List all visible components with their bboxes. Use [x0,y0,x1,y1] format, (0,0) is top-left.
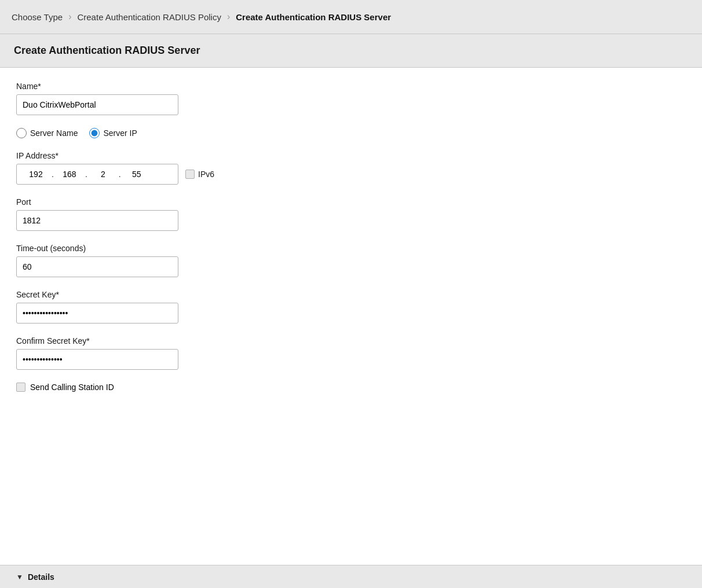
breadcrumb-step3-label: Create Authentication RADIUS Server [236,12,391,22]
main-content: Name* Server Name Server IP IP Address* … [0,68,702,588]
breadcrumb-step2[interactable]: Create Authentication RADIUS Policy [77,12,221,22]
ip-dot-2: . [84,170,89,179]
calling-station-label: Send Calling Station ID [30,383,114,392]
confirm-secret-key-label: Confirm Secret Key* [16,336,686,346]
name-input[interactable] [16,94,178,115]
page-title: Create Authentication RADIUS Server [14,45,688,57]
breadcrumb-step1-label: Choose Type [12,12,63,22]
page-wrapper: Choose Type › Create Authentication RADI… [0,0,702,588]
details-accordion[interactable]: ▼ Details [0,565,702,588]
port-field-group: Port [16,197,686,231]
ip-octet-1[interactable] [21,170,50,179]
timeout-field-group: Time-out (seconds) [16,244,686,277]
ip-label: IP Address* [16,151,686,160]
server-name-label: Server Name [30,128,78,138]
breadcrumb-step3: Create Authentication RADIUS Server [236,12,391,22]
ip-address-container: . . . [16,164,178,185]
ip-dot-1: . [50,170,55,179]
server-name-option[interactable]: Server Name [16,128,78,138]
page-header: Create Authentication RADIUS Server [0,34,702,68]
breadcrumb-bar: Choose Type › Create Authentication RADI… [0,0,702,34]
ip-address-row: . . . IPv6 [16,164,686,185]
confirm-secret-key-group: Confirm Secret Key* [16,336,686,370]
calling-station-row: Send Calling Station ID [16,383,686,392]
breadcrumb-sep2: › [227,12,230,22]
secret-key-input[interactable] [16,303,178,324]
port-input[interactable] [16,210,178,231]
breadcrumb-step2-label: Create Authentication RADIUS Policy [77,12,221,22]
confirm-secret-key-input[interactable] [16,349,178,370]
ipv6-label: IPv6 [198,170,214,179]
calling-station-checkbox[interactable] [16,383,25,392]
server-ip-label: Server IP [103,128,137,138]
port-label: Port [16,197,686,207]
breadcrumb-step1[interactable]: Choose Type [12,12,63,22]
details-label: Details [28,572,54,582]
name-label: Name* [16,82,686,91]
server-name-radio[interactable] [16,128,27,138]
timeout-input[interactable] [16,256,178,277]
ipv6-option: IPv6 [185,170,214,179]
server-type-radio-group: Server Name Server IP [16,128,686,138]
chevron-down-icon: ▼ [16,573,23,581]
name-field-group: Name* [16,82,686,115]
server-ip-radio[interactable] [89,128,100,138]
secret-key-group: Secret Key* [16,290,686,324]
ip-dot-3: . [118,170,122,179]
server-ip-option[interactable]: Server IP [89,128,137,138]
ip-octet-4[interactable] [122,170,151,179]
ip-address-group: IP Address* . . . IPv6 [16,151,686,185]
ip-octet-2[interactable] [55,170,84,179]
ipv6-checkbox[interactable] [185,170,195,179]
secret-key-label: Secret Key* [16,290,686,299]
timeout-label: Time-out (seconds) [16,244,686,253]
breadcrumb-sep1: › [68,12,71,22]
ip-octet-3[interactable] [89,170,118,179]
